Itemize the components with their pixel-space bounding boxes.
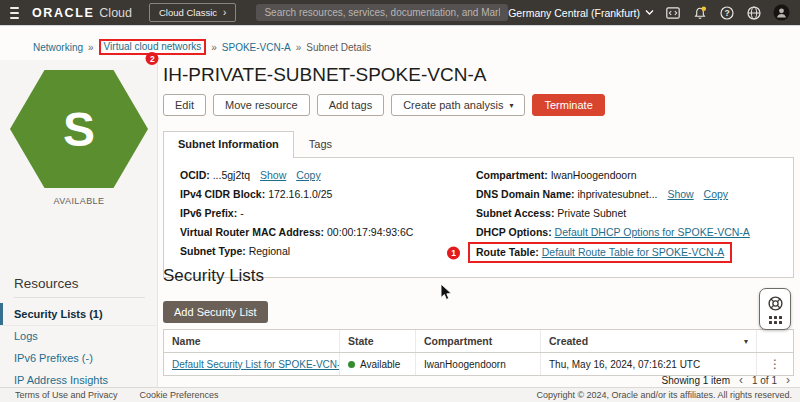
sidebar-item-logs[interactable]: Logs (0, 325, 157, 347)
subnet-initial-letter: S (63, 102, 95, 157)
breadcrumb-networking[interactable]: Networking (33, 42, 83, 53)
column-header-name[interactable]: Name (164, 330, 340, 352)
page-next-icon[interactable]: › (786, 374, 790, 386)
profile-avatar[interactable] (773, 4, 790, 21)
subnet-information-panel: Subnet Information Tags OCID: ...5gj2tq … (163, 131, 794, 278)
left-sidebar: S AVAILABLE Resources Security Lists (1)… (0, 60, 158, 387)
page-previous-icon[interactable]: ‹ (739, 374, 743, 386)
sort-caret-icon[interactable]: ▾ (744, 337, 748, 346)
chevron-right-icon: › (223, 8, 226, 18)
field-virtual-router-mac: Virtual Router MAC Address: 00:00:17:94:… (180, 226, 476, 238)
action-buttons-row: Edit Move resource Add tags Create path … (163, 94, 605, 116)
breadcrumb-separator: » (88, 42, 94, 53)
cookie-preferences-link[interactable]: Cookie Preferences (140, 390, 219, 400)
notifications-bell-icon[interactable] (692, 5, 708, 21)
dns-copy-link[interactable]: Copy (704, 188, 729, 200)
field-label: IPv4 CIDR Block: (180, 188, 265, 200)
create-path-analysis-button[interactable]: Create path analysis ▾ (391, 94, 525, 116)
compartment-cell: IwanHoogendoorn (416, 353, 541, 375)
column-header-compartment[interactable]: Compartment (416, 330, 541, 352)
table-header-row: Name State Compartment Created ▾ (164, 330, 793, 353)
terminate-button[interactable]: Terminate (532, 94, 604, 116)
field-value: ihprivatesubnet... (578, 188, 658, 200)
field-dhcp-options: DHCP Options: Default DHCP Options for S… (476, 226, 777, 238)
field-label: DHCP Options: (476, 226, 552, 238)
field-label: OCID: (180, 169, 210, 181)
security-list-link[interactable]: Default Security List for SPOKE-VCN-A (172, 359, 340, 370)
column-header-created[interactable]: Created ▾ (541, 330, 757, 352)
field-ocid: OCID: ...5gj2tq Show Copy (180, 169, 476, 181)
created-header-label: Created (549, 335, 588, 347)
annotation-box-breadcrumb: Virtual cloud networks 2 (99, 39, 207, 55)
column-header-state[interactable]: State (340, 330, 416, 352)
tab-tags[interactable]: Tags (294, 131, 347, 157)
ocid-copy-link[interactable]: Copy (296, 169, 321, 181)
support-life-ring-icon[interactable] (767, 295, 784, 312)
add-security-list-button[interactable]: Add Security List (163, 301, 268, 323)
cloud-classic-label: Cloud Classic (159, 7, 217, 18)
topbar-right-group: Germany Central (Frankfurt) (508, 4, 790, 21)
field-value: 172.16.1.0/25 (268, 188, 332, 200)
copyright-text: Copyright © 2024, Oracle and/or its affi… (536, 390, 792, 400)
field-value: 00:00:17:94:93:6C (327, 226, 413, 238)
divider (14, 297, 145, 298)
available-status-dot (348, 361, 355, 368)
details-left-column: OCID: ...5gj2tq Show Copy IPv4 CIDR Bloc… (180, 169, 476, 265)
resources-list: Security Lists (1) Logs IPv6 Prefixes (-… (0, 303, 157, 391)
field-route-table: 1 Route Table: Default Route Table for S… (476, 245, 777, 258)
breadcrumb-separator: » (296, 42, 302, 53)
move-resource-button[interactable]: Move resource (213, 94, 310, 116)
security-lists-heading: Security Lists (163, 266, 264, 286)
field-ipv6-prefix: IPv6 Prefix: - (180, 207, 476, 219)
field-dns-domain-name: DNS Domain Name: ihprivatesubnet... Show… (476, 188, 777, 200)
create-path-analysis-label: Create path analysis (403, 99, 503, 111)
brand-oracle: ORACLE (32, 6, 94, 20)
developer-console-icon[interactable] (665, 5, 681, 21)
resources-heading: Resources (14, 276, 79, 291)
top-navbar: ORACLE Cloud Cloud Classic › Germany Cen… (0, 0, 800, 26)
field-value: ...5gj2tq (213, 169, 250, 181)
brand-cloud: Cloud (99, 6, 132, 20)
kebab-menu-icon[interactable]: ⋮ (769, 358, 781, 370)
tab-subnet-information[interactable]: Subnet Information (163, 131, 294, 158)
cloud-classic-button[interactable]: Cloud Classic › (149, 3, 236, 22)
security-lists-table: Name State Compartment Created ▾ Default… (163, 329, 794, 376)
field-subnet-access: Subnet Access: Private Subnet (476, 207, 777, 219)
dhcp-options-link[interactable]: Default DHCP Options for SPOKE-VCN-A (555, 226, 750, 238)
breadcrumb-virtual-cloud-networks[interactable]: Virtual cloud networks (104, 41, 202, 52)
field-label: IPv6 Prefix: (180, 207, 237, 219)
breadcrumb-spoke-vcn-a[interactable]: SPOKE-VCN-A (222, 42, 291, 53)
dns-show-link[interactable]: Show (667, 188, 693, 200)
widget-dots-grid-icon[interactable] (769, 316, 782, 324)
annotation-badge-1: 1 (447, 246, 460, 259)
annotation-badge-2: 2 (146, 52, 159, 65)
route-table-link[interactable]: Default Route Table for SPOKE-VCN-A (542, 246, 724, 258)
showing-items-label: Showing 1 item (662, 375, 730, 386)
help-icon[interactable]: ? (719, 5, 735, 21)
mouse-cursor (440, 283, 454, 303)
column-header-actions (757, 331, 793, 351)
page-title: IH-PRIVATE-SUBNET-SPOKE-VCN-A (163, 64, 486, 86)
security-list-name-cell: Default Security List for SPOKE-VCN-A (164, 353, 340, 375)
oracle-cloud-logo[interactable]: ORACLE Cloud (32, 6, 132, 20)
field-value: - (240, 207, 244, 219)
add-tags-button[interactable]: Add tags (317, 94, 384, 116)
annotation-box-route-table: 1 Route Table: Default Route Table for S… (468, 242, 732, 263)
global-search-input[interactable] (256, 4, 508, 21)
edit-button[interactable]: Edit (163, 94, 206, 116)
language-globe-icon[interactable] (746, 5, 762, 21)
sidebar-item-ipv6-prefixes[interactable]: IPv6 Prefixes (-) (0, 347, 157, 369)
region-selector[interactable]: Germany Central (Frankfurt) (508, 7, 654, 19)
state-label: Available (360, 359, 400, 370)
field-ipv4-cidr: IPv4 CIDR Block: 172.16.1.0/25 (180, 188, 476, 200)
ocid-show-link[interactable]: Show (260, 169, 286, 181)
terms-link[interactable]: Terms of Use and Privacy (15, 390, 118, 400)
oci-console-window: ORACLE Cloud Cloud Classic › Germany Cen… (0, 0, 800, 402)
hamburger-menu-icon[interactable] (10, 7, 19, 19)
field-label: Subnet Access: (476, 207, 554, 219)
field-label: Compartment: (476, 169, 548, 181)
field-subnet-type: Subnet Type: Regional (180, 245, 476, 257)
breadcrumb-separator: » (211, 42, 217, 53)
breadcrumb: Networking » Virtual cloud networks 2 » … (33, 39, 371, 55)
sidebar-item-security-lists[interactable]: Security Lists (1) (0, 303, 157, 325)
